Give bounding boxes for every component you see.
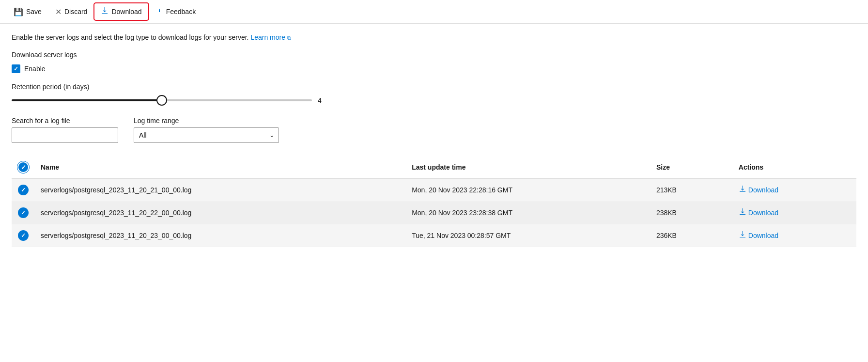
row-last-update-time: Tue, 21 Nov 2023 00:28:57 GMT [406, 224, 651, 247]
row-last-update-time: Mon, 20 Nov 2023 23:28:38 GMT [406, 202, 651, 224]
search-field: Search for a log file [12, 117, 118, 143]
row-download-link[interactable]: Download [739, 185, 851, 195]
retention-value: 4 [318, 96, 327, 104]
external-link-icon: ⧉ [287, 35, 291, 41]
row-name: serverlogs/postgresql_2023_11_20_22_00_0… [35, 202, 406, 224]
row-checkmark: ✓ [21, 187, 26, 193]
row-checkbox-cell: ✓ [12, 202, 35, 224]
select-wrapper: All Last hour Last 6 hours Last 12 hours… [134, 127, 279, 143]
log-time-range-field: Log time range All Last hour Last 6 hour… [134, 117, 279, 143]
row-actions: Download [733, 178, 856, 202]
row-checkmark: ✓ [21, 209, 26, 216]
description-text: Enable the server logs and select the lo… [12, 33, 856, 41]
header-size: Size [651, 157, 733, 178]
row-name: serverlogs/postgresql_2023_11_20_23_00_0… [35, 224, 406, 247]
download-server-logs-label: Download server logs [12, 51, 856, 59]
table-body: ✓ serverlogs/postgresql_2023_11_20_21_00… [12, 178, 856, 247]
row-checkbox[interactable]: ✓ [18, 185, 29, 195]
discard-icon: ✕ [55, 7, 62, 16]
row-checkmark: ✓ [21, 232, 26, 239]
log-time-range-label: Log time range [134, 117, 279, 125]
filter-row: Search for a log file Log time range All… [12, 117, 856, 143]
header-actions: Actions [733, 157, 856, 178]
search-label: Search for a log file [12, 117, 118, 125]
enable-checkbox-row: ✓ Enable [12, 64, 856, 73]
slider-row: 4 [12, 95, 856, 105]
header-last-update-time: Last update time [406, 157, 651, 178]
header-select: ✓ [12, 157, 35, 178]
download-icon [739, 208, 746, 218]
feedback-icon [155, 7, 163, 16]
table-row: ✓ serverlogs/postgresql_2023_11_20_23_00… [12, 224, 856, 247]
retention-period-label: Retention period (in days) [12, 83, 856, 91]
row-checkbox[interactable]: ✓ [18, 230, 29, 241]
download-label: Download [111, 8, 141, 16]
enable-checkbox[interactable]: ✓ [12, 64, 20, 73]
log-table: ✓ Name Last update time Size Actions ✓ s… [12, 157, 856, 247]
header-name: Name [35, 157, 406, 178]
download-label: Download [748, 186, 778, 194]
table-row: ✓ serverlogs/postgresql_2023_11_20_22_00… [12, 202, 856, 224]
download-icon [739, 185, 746, 195]
log-time-range-select[interactable]: All Last hour Last 6 hours Last 12 hours… [134, 127, 279, 143]
learn-more-label: Learn more [250, 33, 285, 41]
table-header-row: ✓ Name Last update time Size Actions [12, 157, 856, 178]
download-label: Download [748, 232, 778, 239]
row-checkbox[interactable]: ✓ [18, 207, 29, 218]
save-button[interactable]: 💾 Save [8, 4, 47, 19]
download-button[interactable]: Download [95, 4, 147, 19]
slider-wrapper [12, 95, 312, 105]
download-label: Download [748, 209, 778, 217]
description-body: Enable the server logs and select the lo… [12, 33, 249, 41]
checkbox-checkmark: ✓ [14, 66, 18, 72]
row-checkbox-cell: ✓ [12, 178, 35, 202]
feedback-button[interactable]: Feedback [150, 4, 202, 19]
select-all-checkbox[interactable]: ✓ [17, 161, 29, 173]
discard-button[interactable]: ✕ Discard [49, 4, 93, 19]
main-content: Enable the server logs and select the lo… [0, 24, 868, 257]
retention-period-section: Retention period (in days) 4 [12, 83, 856, 105]
save-icon: 💾 [14, 7, 23, 16]
select-all-checkmark: ✓ [21, 164, 26, 171]
row-name: serverlogs/postgresql_2023_11_20_21_00_0… [35, 178, 406, 202]
learn-more-link[interactable]: Learn more ⧉ [250, 33, 291, 41]
row-actions: Download [733, 202, 856, 224]
row-download-link[interactable]: Download [739, 208, 851, 218]
discard-label: Discard [64, 8, 87, 16]
save-label: Save [26, 8, 42, 16]
search-input[interactable] [12, 127, 118, 143]
row-checkbox-cell: ✓ [12, 224, 35, 247]
download-icon [101, 7, 108, 16]
row-last-update-time: Mon, 20 Nov 2023 22:28:16 GMT [406, 178, 651, 202]
row-download-link[interactable]: Download [739, 231, 851, 240]
toolbar: 💾 Save ✕ Discard Download Feedback [0, 0, 868, 24]
enable-label: Enable [24, 65, 46, 73]
row-size: 236KB [651, 224, 733, 247]
row-size: 213KB [651, 178, 733, 202]
feedback-label: Feedback [166, 8, 196, 16]
row-actions: Download [733, 224, 856, 247]
row-size: 238KB [651, 202, 733, 224]
download-icon [739, 231, 746, 240]
table-row: ✓ serverlogs/postgresql_2023_11_20_21_00… [12, 178, 856, 202]
